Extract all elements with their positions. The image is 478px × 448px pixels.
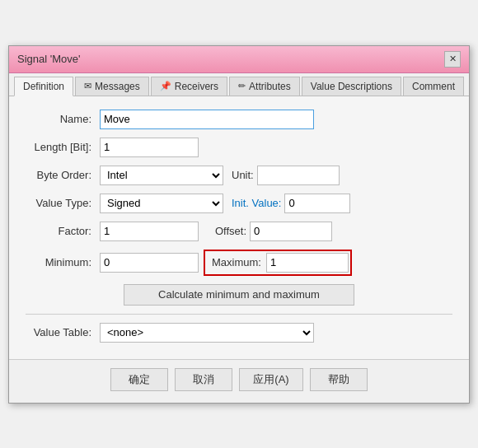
dialog: Signal 'Move' ✕ Definition ✉ Messages 📌 …: [8, 45, 470, 404]
tab-messages[interactable]: ✉ Messages: [75, 77, 149, 96]
title-bar: Signal 'Move' ✕: [9, 46, 469, 73]
ok-button[interactable]: 确定: [110, 368, 168, 391]
maximum-label: Maximum:: [207, 256, 266, 268]
length-input[interactable]: [100, 138, 199, 157]
content-area: Name: Length [Bit]: Byte Order: Intel Mo…: [9, 96, 469, 359]
dialog-title: Signal 'Move': [17, 53, 81, 65]
tab-comment[interactable]: Comment: [403, 77, 464, 96]
attributes-icon: ✏: [238, 81, 246, 91]
tab-comment-label: Comment: [412, 81, 455, 92]
byte-order-select[interactable]: Intel Motorola: [100, 166, 223, 185]
cancel-button[interactable]: 取消: [175, 368, 232, 391]
value-table-row: Value Table: <none>: [26, 323, 452, 343]
minmax-row: Minimum: Maximum:: [26, 250, 452, 276]
value-type-row: Value Type: Signed Unsigned Init. Value:: [26, 194, 452, 213]
value-table-select[interactable]: <none>: [100, 323, 314, 343]
length-label: Length [Bit]:: [26, 141, 100, 153]
apply-button[interactable]: 应用(A): [239, 368, 302, 391]
tab-attributes[interactable]: ✏ Attributes: [229, 77, 300, 96]
unit-label: Unit:: [223, 169, 254, 181]
maximum-highlighted-box: Maximum:: [204, 250, 352, 276]
messages-icon: ✉: [84, 81, 91, 91]
init-value-input[interactable]: [284, 194, 350, 213]
factor-label: Factor:: [26, 225, 100, 237]
offset-label: Offset:: [199, 225, 246, 237]
factor-row: Factor: Offset:: [26, 222, 452, 241]
value-type-select[interactable]: Signed Unsigned: [100, 194, 223, 213]
value-table-label: Value Table:: [26, 326, 100, 338]
receivers-icon: 📌: [160, 81, 171, 91]
tab-receivers[interactable]: 📌 Receivers: [151, 77, 227, 96]
tab-value-descriptions[interactable]: Value Descriptions: [302, 77, 401, 96]
tab-receivers-label: Receivers: [175, 81, 218, 92]
byte-order-label: Byte Order:: [26, 169, 100, 181]
minimum-input[interactable]: [100, 253, 199, 273]
length-row: Length [Bit]:: [26, 138, 452, 157]
close-button[interactable]: ✕: [444, 51, 461, 68]
tab-value-descriptions-label: Value Descriptions: [311, 81, 392, 92]
value-type-label: Value Type:: [26, 197, 100, 209]
tab-attributes-label: Attributes: [249, 81, 291, 92]
name-row: Name:: [26, 110, 452, 129]
name-input[interactable]: [100, 110, 314, 129]
footer: 确定 取消 应用(A) 帮助: [9, 359, 469, 403]
help-button[interactable]: 帮助: [310, 368, 368, 391]
tab-definition-label: Definition: [23, 81, 64, 92]
unit-input[interactable]: [257, 166, 340, 185]
maximum-input[interactable]: [266, 253, 349, 273]
init-value-link[interactable]: Init. Value:: [223, 197, 284, 209]
factor-input[interactable]: [100, 222, 199, 241]
tab-messages-label: Messages: [95, 81, 140, 92]
byte-order-row: Byte Order: Intel Motorola Unit:: [26, 166, 452, 185]
tab-bar: Definition ✉ Messages 📌 Receivers ✏ Attr…: [9, 73, 469, 96]
divider: [26, 314, 452, 315]
minimum-label: Minimum:: [26, 256, 100, 268]
offset-input[interactable]: [250, 222, 332, 241]
calculate-button[interactable]: Calculate minimum and maximum: [124, 284, 354, 306]
tab-definition[interactable]: Definition: [14, 77, 73, 96]
name-label: Name:: [26, 113, 100, 125]
